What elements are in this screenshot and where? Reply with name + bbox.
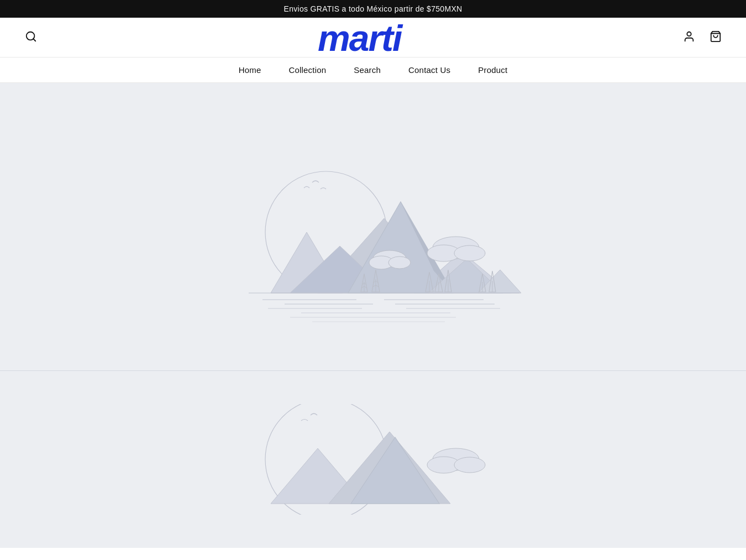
nav-item-home[interactable]: Home (239, 65, 261, 75)
logo: marti (312, 13, 434, 62)
header: marti (0, 18, 746, 57)
header-left (22, 28, 40, 47)
banner-text: Envios GRATIS a todo México partir de $7… (284, 4, 463, 13)
nav-item-product[interactable]: Product (478, 65, 507, 75)
logo-container: marti (312, 13, 434, 62)
hero-section (0, 83, 746, 370)
search-icon-button[interactable] (22, 28, 40, 47)
nav-item-contact-us[interactable]: Contact Us (408, 65, 450, 75)
svg-point-19 (454, 245, 485, 261)
search-icon (25, 30, 37, 43)
header-right (681, 28, 724, 46)
nav-item-search[interactable]: Search (354, 65, 381, 75)
nav-item-collection[interactable]: Collection (288, 65, 326, 75)
account-button[interactable] (681, 28, 697, 46)
cart-icon (710, 30, 722, 43)
logo-svg: marti (312, 13, 434, 57)
section2 (0, 370, 746, 548)
section2-illustration (218, 404, 528, 515)
svg-text:marti: marti (318, 18, 403, 57)
svg-line-1 (33, 39, 35, 41)
account-icon (683, 30, 695, 43)
cart-button[interactable] (707, 28, 724, 46)
svg-point-3 (687, 32, 691, 36)
svg-point-16 (388, 257, 411, 269)
svg-point-58 (454, 457, 485, 473)
hero-illustration (218, 116, 528, 337)
